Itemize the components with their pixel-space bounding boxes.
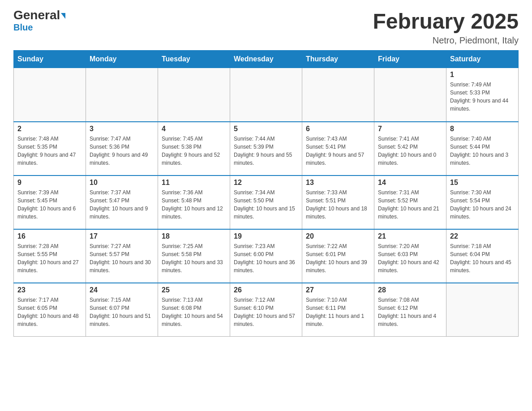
day-number: 1 [450,71,515,79]
day-info: Sunrise: 7:33 AM Sunset: 5:51 PM Dayligh… [306,188,370,221]
table-row: 17Sunrise: 7:27 AM Sunset: 5:57 PM Dayli… [86,229,158,283]
table-row: 23Sunrise: 7:17 AM Sunset: 6:05 PM Dayli… [14,283,86,337]
day-info: Sunrise: 7:36 AM Sunset: 5:48 PM Dayligh… [162,188,226,221]
weekday-header-row: Sunday Monday Tuesday Wednesday Thursday… [14,51,519,68]
calendar-week-row: 16Sunrise: 7:28 AM Sunset: 5:55 PM Dayli… [14,229,519,283]
day-info: Sunrise: 7:30 AM Sunset: 5:54 PM Dayligh… [450,188,515,221]
table-row: 11Sunrise: 7:36 AM Sunset: 5:48 PM Dayli… [158,176,230,229]
day-info: Sunrise: 7:43 AM Sunset: 5:41 PM Dayligh… [306,135,370,167]
day-number: 7 [378,125,442,133]
table-row [374,68,446,122]
logo-triangle-icon [61,13,65,19]
day-number: 6 [306,125,370,133]
table-row: 13Sunrise: 7:33 AM Sunset: 5:51 PM Dayli… [302,176,374,229]
day-info: Sunrise: 7:13 AM Sunset: 6:08 PM Dayligh… [162,296,226,328]
table-row: 28Sunrise: 7:08 AM Sunset: 6:12 PM Dayli… [374,283,446,337]
table-row [158,68,230,122]
calendar-week-row: 9Sunrise: 7:39 AM Sunset: 5:45 PM Daylig… [14,176,519,229]
table-row: 12Sunrise: 7:34 AM Sunset: 5:50 PM Dayli… [230,176,302,229]
day-number: 10 [90,179,154,187]
day-info: Sunrise: 7:44 AM Sunset: 5:39 PM Dayligh… [234,135,298,167]
day-number: 5 [234,125,298,133]
table-row [230,68,302,122]
table-row: 22Sunrise: 7:18 AM Sunset: 6:04 PM Dayli… [446,229,519,283]
day-number: 20 [306,232,370,240]
day-number: 26 [234,286,298,294]
header-thursday: Thursday [302,51,374,68]
page-header: General Blue February 2025 Netro, Piedmo… [13,9,519,46]
day-number: 11 [162,179,226,187]
table-row: 26Sunrise: 7:12 AM Sunset: 6:10 PM Dayli… [230,283,302,337]
table-row [302,68,374,122]
day-info: Sunrise: 7:45 AM Sunset: 5:38 PM Dayligh… [162,135,226,167]
day-number: 21 [378,232,442,240]
day-info: Sunrise: 7:28 AM Sunset: 5:55 PM Dayligh… [17,242,82,274]
day-info: Sunrise: 7:22 AM Sunset: 6:01 PM Dayligh… [306,242,370,274]
calendar-week-row: 1Sunrise: 7:49 AM Sunset: 5:33 PM Daylig… [14,68,519,122]
table-row: 2Sunrise: 7:48 AM Sunset: 5:35 PM Daylig… [14,122,86,176]
table-row: 21Sunrise: 7:20 AM Sunset: 6:03 PM Dayli… [374,229,446,283]
location-title: Netro, Piedmont, Italy [373,35,519,46]
title-block: February 2025 Netro, Piedmont, Italy [373,9,519,46]
day-info: Sunrise: 7:18 AM Sunset: 6:04 PM Dayligh… [450,242,515,274]
table-row [14,68,86,122]
header-friday: Friday [374,51,446,68]
table-row: 9Sunrise: 7:39 AM Sunset: 5:45 PM Daylig… [14,176,86,229]
day-info: Sunrise: 7:23 AM Sunset: 6:00 PM Dayligh… [234,242,298,274]
header-tuesday: Tuesday [158,51,230,68]
header-monday: Monday [86,51,158,68]
day-number: 14 [378,179,442,187]
day-info: Sunrise: 7:20 AM Sunset: 6:03 PM Dayligh… [378,242,442,274]
calendar-week-row: 2Sunrise: 7:48 AM Sunset: 5:35 PM Daylig… [14,122,519,176]
table-row: 27Sunrise: 7:10 AM Sunset: 6:11 PM Dayli… [302,283,374,337]
calendar-week-row: 23Sunrise: 7:17 AM Sunset: 6:05 PM Dayli… [14,283,519,337]
day-info: Sunrise: 7:34 AM Sunset: 5:50 PM Dayligh… [234,188,298,221]
day-info: Sunrise: 7:48 AM Sunset: 5:35 PM Dayligh… [17,135,82,167]
day-number: 15 [450,179,515,187]
day-info: Sunrise: 7:40 AM Sunset: 5:44 PM Dayligh… [450,135,515,167]
table-row: 14Sunrise: 7:31 AM Sunset: 5:52 PM Dayli… [374,176,446,229]
day-info: Sunrise: 7:37 AM Sunset: 5:47 PM Dayligh… [90,188,154,221]
day-number: 27 [306,286,370,294]
day-number: 12 [234,179,298,187]
month-title: February 2025 [373,9,519,34]
day-number: 24 [90,286,154,294]
table-row: 3Sunrise: 7:47 AM Sunset: 5:36 PM Daylig… [86,122,158,176]
table-row: 8Sunrise: 7:40 AM Sunset: 5:44 PM Daylig… [446,122,519,176]
header-wednesday: Wednesday [230,51,302,68]
table-row: 18Sunrise: 7:25 AM Sunset: 5:58 PM Dayli… [158,229,230,283]
day-info: Sunrise: 7:41 AM Sunset: 5:42 PM Dayligh… [378,135,442,167]
day-number: 13 [306,179,370,187]
day-number: 3 [90,125,154,133]
day-number: 23 [17,286,82,294]
table-row [446,283,519,337]
day-info: Sunrise: 7:15 AM Sunset: 6:07 PM Dayligh… [90,296,154,328]
table-row: 16Sunrise: 7:28 AM Sunset: 5:55 PM Dayli… [14,229,86,283]
day-info: Sunrise: 7:12 AM Sunset: 6:10 PM Dayligh… [234,296,298,328]
day-info: Sunrise: 7:25 AM Sunset: 5:58 PM Dayligh… [162,242,226,274]
table-row: 24Sunrise: 7:15 AM Sunset: 6:07 PM Dayli… [86,283,158,337]
table-row: 4Sunrise: 7:45 AM Sunset: 5:38 PM Daylig… [158,122,230,176]
header-saturday: Saturday [446,51,519,68]
calendar-table: Sunday Monday Tuesday Wednesday Thursday… [13,50,519,337]
day-number: 16 [17,232,82,240]
day-number: 28 [378,286,442,294]
table-row: 19Sunrise: 7:23 AM Sunset: 6:00 PM Dayli… [230,229,302,283]
day-number: 2 [17,125,82,133]
logo-text: General [13,9,65,21]
day-number: 4 [162,125,226,133]
table-row: 1Sunrise: 7:49 AM Sunset: 5:33 PM Daylig… [446,68,519,122]
table-row: 25Sunrise: 7:13 AM Sunset: 6:08 PM Dayli… [158,283,230,337]
day-number: 9 [17,179,82,187]
table-row: 5Sunrise: 7:44 AM Sunset: 5:39 PM Daylig… [230,122,302,176]
day-info: Sunrise: 7:47 AM Sunset: 5:36 PM Dayligh… [90,135,154,167]
table-row: 10Sunrise: 7:37 AM Sunset: 5:47 PM Dayli… [86,176,158,229]
day-info: Sunrise: 7:49 AM Sunset: 5:33 PM Dayligh… [450,81,515,113]
day-info: Sunrise: 7:17 AM Sunset: 6:05 PM Dayligh… [17,296,82,328]
header-sunday: Sunday [14,51,86,68]
day-number: 19 [234,232,298,240]
day-number: 8 [450,125,515,133]
day-number: 18 [162,232,226,240]
table-row [86,68,158,122]
day-number: 17 [90,232,154,240]
